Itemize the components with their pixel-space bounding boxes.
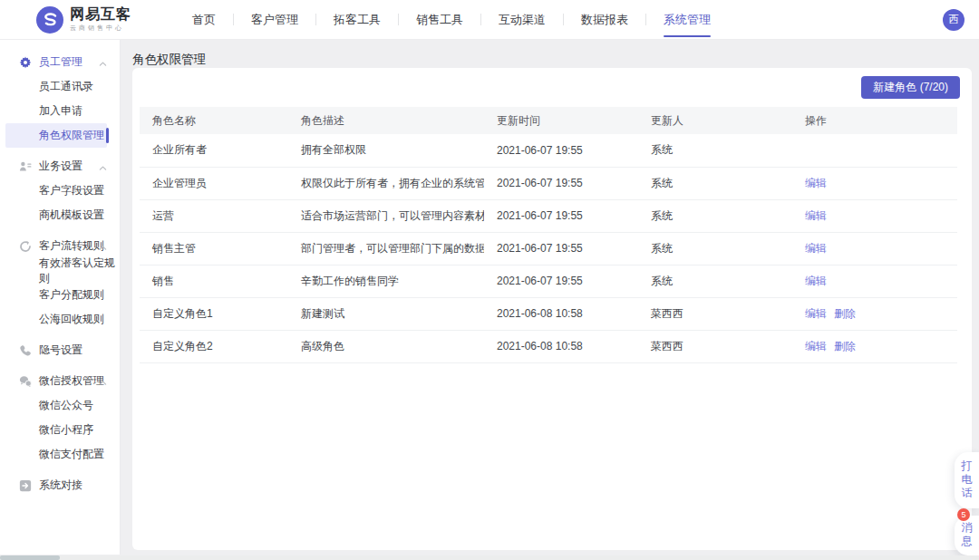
edit-link[interactable]: 编辑 bbox=[805, 209, 827, 222]
message-badge: 5 bbox=[957, 508, 970, 521]
sidebar-item-13[interactable]: 微信公众号 bbox=[0, 393, 120, 418]
updater-cell: 菜西西 bbox=[638, 297, 792, 330]
nav-item-3[interactable]: 销售工具 bbox=[399, 0, 480, 40]
flow-icon bbox=[19, 240, 32, 253]
sidebar: 员工管理员工通讯录加入申请角色权限管理业务设置客户字段设置商机模板设置客户流转规… bbox=[0, 40, 121, 555]
sidebar-item-11[interactable]: 隐号设置 bbox=[0, 338, 120, 362]
update-time-cell: 2021-06-07 19:55 bbox=[484, 167, 638, 199]
sidebar-item-label: 隐号设置 bbox=[39, 343, 82, 358]
role-name-cell: 企业所有者 bbox=[140, 134, 288, 167]
actions-cell bbox=[792, 134, 957, 167]
role-desc-cell: 权限仅此于所有者，拥有企业的系统管理权限 bbox=[288, 167, 484, 199]
sidebar-item-label: 客户流转规则 bbox=[39, 238, 104, 254]
edit-link[interactable]: 编辑 bbox=[805, 340, 827, 352]
sidebar-item-16[interactable]: 系统对接 bbox=[0, 473, 120, 497]
updater-cell: 系统 bbox=[638, 199, 792, 232]
message-button[interactable]: 5 消息 bbox=[955, 516, 979, 555]
sidebar-item-3[interactable]: 角色权限管理 bbox=[5, 123, 107, 148]
table-row: 销售主管部门管理者，可以管理部门下属的数据2021-06-07 19:55系统编… bbox=[140, 232, 957, 265]
top-header: 网易互客 云商销售中心 首页客户管理拓客工具销售工具互动渠道数据报表系统管理 西 bbox=[0, 0, 979, 40]
edit-link[interactable]: 编辑 bbox=[805, 307, 827, 320]
role-desc-cell: 新建测试 bbox=[288, 297, 484, 330]
vertical-label-char: 息 bbox=[962, 535, 973, 548]
vertical-label-char: 电 bbox=[962, 473, 973, 487]
sidebar-item-label: 员工管理 bbox=[39, 54, 82, 70]
role-name-cell: 自定义角色1 bbox=[140, 297, 288, 330]
sidebar-item-12[interactable]: 微信授权管理 bbox=[0, 369, 120, 393]
user-icon bbox=[19, 160, 32, 173]
nav-item-4[interactable]: 互动渠道 bbox=[481, 0, 563, 40]
link-icon bbox=[19, 479, 32, 492]
brand-subtitle: 云商销售中心 bbox=[70, 24, 131, 33]
gear-icon bbox=[19, 56, 32, 69]
horizontal-scrollbar-thumb[interactable] bbox=[0, 555, 60, 560]
page-title: 角色权限管理 bbox=[121, 40, 979, 68]
sidebar-item-label: 客户分配规则 bbox=[39, 287, 104, 303]
role-desc-cell: 拥有全部权限 bbox=[288, 134, 484, 167]
sidebar-item-label: 微信公众号 bbox=[39, 398, 93, 413]
chevron-up-icon bbox=[99, 377, 107, 385]
table-row: 销售辛勤工作的销售同学2021-06-07 19:55系统编辑 bbox=[140, 265, 957, 297]
sidebar-item-label: 商机模板设置 bbox=[39, 208, 104, 223]
table-body: 企业所有者拥有全部权限2021-06-07 19:55系统企业管理员权限仅此于所… bbox=[140, 134, 957, 362]
sidebar-item-label: 微信支付配置 bbox=[39, 447, 104, 462]
updater-cell: 菜西西 bbox=[638, 330, 792, 362]
sidebar-item-9[interactable]: 客户分配规则 bbox=[0, 283, 120, 307]
updater-cell: 系统 bbox=[638, 134, 792, 167]
sidebar-item-8[interactable]: 有效潜客认定规则 bbox=[0, 258, 120, 283]
sidebar-item-label: 角色权限管理 bbox=[39, 128, 104, 143]
app-logo: 网易互客 云商销售中心 bbox=[36, 6, 131, 34]
edit-link[interactable]: 编辑 bbox=[805, 275, 827, 287]
actions-cell: 编辑删除 bbox=[792, 297, 957, 330]
update-time-cell: 2021-06-07 19:55 bbox=[484, 265, 638, 297]
new-role-button[interactable]: 新建角色 (7/20) bbox=[861, 76, 960, 99]
chevron-up-icon bbox=[99, 58, 107, 66]
actions-cell: 编辑删除 bbox=[792, 330, 957, 362]
sidebar-item-label: 客户字段设置 bbox=[39, 183, 104, 198]
actions-cell: 编辑 bbox=[792, 167, 957, 199]
sidebar-item-label: 加入申请 bbox=[39, 103, 82, 119]
edit-link[interactable]: 编辑 bbox=[805, 177, 827, 189]
sidebar-item-15[interactable]: 微信支付配置 bbox=[0, 442, 120, 467]
role-desc-cell: 部门管理者，可以管理部门下属的数据 bbox=[288, 232, 484, 265]
roles-table: 角色名称角色描述更新时间更新人操作 企业所有者拥有全部权限2021-06-07 … bbox=[140, 107, 957, 363]
sidebar-item-4[interactable]: 业务设置 bbox=[0, 154, 120, 179]
role-name-cell: 自定义角色2 bbox=[140, 330, 288, 362]
nav-item-2[interactable]: 拓客工具 bbox=[316, 0, 398, 40]
edit-link[interactable]: 编辑 bbox=[805, 242, 827, 255]
sidebar-item-10[interactable]: 公海回收规则 bbox=[0, 307, 120, 332]
user-avatar[interactable]: 西 bbox=[943, 9, 964, 31]
nav-item-5[interactable]: 数据报表 bbox=[564, 0, 645, 40]
sidebar-item-2[interactable]: 加入申请 bbox=[0, 99, 120, 123]
main-content: 角色权限管理 新建角色 (7/20) 角色名称角色描述更新时间更新人操作 企业所… bbox=[121, 40, 979, 560]
role-name-cell: 运营 bbox=[140, 199, 288, 232]
delete-link[interactable]: 删除 bbox=[834, 340, 856, 352]
table-row: 自定义角色1新建测试2021-06-08 10:58菜西西编辑删除 bbox=[140, 297, 957, 330]
column-header-3: 更新人 bbox=[638, 107, 792, 134]
nav-item-1[interactable]: 客户管理 bbox=[234, 0, 315, 40]
column-header-1: 角色描述 bbox=[288, 107, 484, 134]
sidebar-item-14[interactable]: 微信小程序 bbox=[0, 418, 120, 442]
chevron-up-icon bbox=[99, 242, 107, 250]
call-button[interactable]: 打电话 bbox=[955, 452, 979, 508]
sidebar-item-6[interactable]: 商机模板设置 bbox=[0, 203, 120, 227]
table-row: 企业所有者拥有全部权限2021-06-07 19:55系统 bbox=[140, 134, 957, 167]
column-header-0: 角色名称 bbox=[140, 107, 288, 134]
phone-icon bbox=[19, 344, 32, 357]
brand-title: 网易互客 bbox=[70, 6, 131, 22]
chevron-up-icon bbox=[99, 162, 107, 170]
role-name-cell: 销售主管 bbox=[140, 232, 288, 265]
update-time-cell: 2021-06-07 19:55 bbox=[484, 199, 638, 232]
column-header-4: 操作 bbox=[792, 107, 957, 134]
delete-link[interactable]: 删除 bbox=[834, 307, 856, 320]
actions-cell: 编辑 bbox=[792, 265, 957, 297]
nav-item-0[interactable]: 首页 bbox=[175, 0, 233, 40]
sidebar-item-label: 员工通讯录 bbox=[39, 79, 93, 94]
sidebar-item-5[interactable]: 客户字段设置 bbox=[0, 179, 120, 203]
nav-item-6[interactable]: 系统管理 bbox=[646, 0, 728, 40]
sidebar-item-0[interactable]: 员工管理 bbox=[0, 50, 120, 74]
updater-cell: 系统 bbox=[638, 265, 792, 297]
update-time-cell: 2021-06-07 19:55 bbox=[484, 134, 638, 167]
role-name-cell: 销售 bbox=[140, 265, 288, 297]
sidebar-item-1[interactable]: 员工通讯录 bbox=[0, 74, 120, 99]
